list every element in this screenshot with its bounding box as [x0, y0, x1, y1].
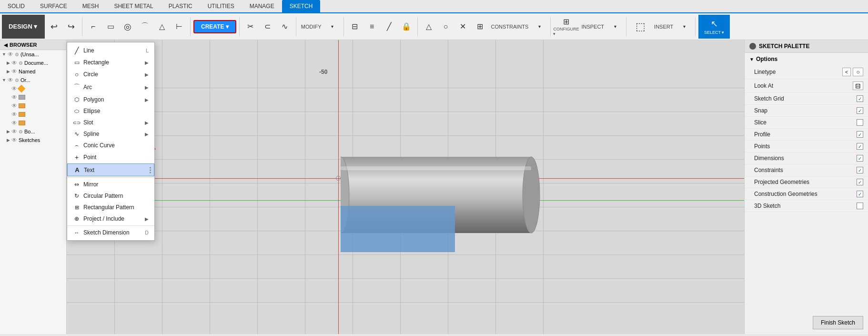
points-checkbox[interactable]: ✓ — [857, 143, 863, 150]
dimensions-checkbox[interactable]: ✓ — [857, 155, 863, 162]
palette-row-dimensions[interactable]: Dimensions ✓ — [745, 153, 868, 164]
create-button[interactable]: CREATE ▾ — [193, 20, 236, 33]
snap-checkbox[interactable]: ✓ — [857, 107, 863, 114]
tab-solid[interactable]: SOLID — [0, 0, 32, 12]
menu-item-conic[interactable]: ⌢ Conic Curve — [67, 140, 154, 151]
design-button[interactable]: DESIGN ▾ — [2, 15, 45, 39]
browser-collapse-icon[interactable]: ◀ — [4, 42, 8, 48]
extend-tool-icon[interactable]: ⊢ — [171, 19, 187, 35]
gear-icon[interactable]: ⚙ — [15, 78, 19, 83]
eye-icon[interactable]: 👁 — [11, 102, 17, 109]
slice-checkbox[interactable] — [857, 119, 863, 126]
menu-item-rectangular[interactable]: ⊞ Rectangular Pattern — [67, 202, 154, 213]
lock-icon[interactable]: 🔒 — [398, 19, 414, 35]
eye-icon[interactable]: 👁 — [11, 120, 17, 126]
tab-surface[interactable]: SURFACE — [32, 0, 75, 12]
circle2-icon[interactable]: ○ — [438, 19, 454, 35]
palette-row-3dsketch[interactable]: 3D Sketch — [745, 200, 868, 212]
menu-item-arc[interactable]: ⌒ Arc ▶ — [67, 81, 154, 94]
palette-row-slice[interactable]: Slice — [745, 117, 868, 129]
palette-row-constraints[interactable]: Constraints ✓ — [745, 164, 868, 176]
eye-icon[interactable]: 👁 — [11, 94, 17, 101]
eye-icon[interactable]: 👁 — [11, 137, 17, 143]
eye-icon[interactable]: 👁 — [11, 68, 17, 75]
browser-item-sketches[interactable]: ▶ 👁 Sketches — [0, 136, 66, 144]
undo-icon[interactable]: ↩ — [46, 19, 62, 35]
gear-icon[interactable]: ⚙ — [19, 129, 23, 134]
eye-icon[interactable]: 👁 — [11, 128, 17, 135]
browser-item-sub3[interactable]: 👁 — [0, 102, 66, 110]
menu-item-project[interactable]: ⊕ Project / Include ▶ — [67, 213, 154, 224]
arc-tool-icon[interactable]: ⌒ — [137, 19, 153, 35]
browser-item-root[interactable]: ▼ 👁 ⚙ (Unsa... — [0, 50, 66, 59]
diagonal-icon[interactable]: ╱ — [381, 19, 397, 35]
tab-manage[interactable]: MANAGE — [242, 0, 282, 12]
linetype-prev[interactable]: < — [842, 68, 851, 76]
projected-checkbox[interactable]: ✓ — [857, 179, 863, 185]
palette-row-sketchgrid[interactable]: Sketch Grid ✓ — [745, 93, 868, 105]
eye-icon[interactable]: 👁 — [11, 60, 17, 66]
eye-icon[interactable]: 👁 — [8, 51, 13, 58]
gear-icon[interactable]: ⚙ — [15, 52, 19, 57]
tab-sketch[interactable]: SKETCH — [282, 0, 321, 12]
browser-item-sub2[interactable]: 👁 — [0, 93, 66, 102]
browser-item-bo[interactable]: ▶ 👁 ⚙ Bo... — [0, 127, 66, 136]
kebab-menu-icon[interactable] — [150, 167, 151, 173]
triangle-tool-icon[interactable]: △ — [154, 19, 170, 35]
browser-item-or[interactable]: ▼ 👁 ⚙ Or... — [0, 76, 66, 84]
tab-sheetmetal[interactable]: SHEET METAL — [106, 0, 161, 12]
circle-tool-icon[interactable]: ◎ — [120, 19, 136, 35]
menu-item-circle[interactable]: ○ Circle ▶ — [67, 68, 154, 81]
collapse-icon[interactable]: ▼ — [749, 57, 754, 62]
palette-row-projected[interactable]: Projected Geometries ✓ — [745, 176, 868, 188]
select-button[interactable]: ↖ SELECT ▾ — [698, 15, 730, 39]
insert-dropdown[interactable]: ▾ — [676, 19, 692, 35]
tab-mesh[interactable]: MESH — [75, 0, 107, 12]
menu-item-slot[interactable]: ⊂⊃ Slot ▶ — [67, 117, 154, 128]
menu-item-spline[interactable]: ∿ Spline ▶ — [67, 128, 154, 140]
menu-item-polygon[interactable]: ⬡ Polygon ▶ — [67, 94, 154, 105]
rect-tool-icon[interactable]: ▭ — [102, 19, 119, 35]
eye-icon[interactable]: 👁 — [11, 111, 17, 118]
tab-utilities[interactable]: UTILITIES — [200, 0, 242, 12]
palette-row-points[interactable]: Points ✓ — [745, 141, 868, 153]
browser-item-sub1[interactable]: 👁 — [0, 84, 66, 93]
menu-item-line[interactable]: ╱ Line L — [67, 44, 154, 57]
hatch-icon[interactable]: ⊟ — [347, 19, 363, 35]
sketchgrid-checkbox[interactable]: ✓ — [857, 95, 863, 102]
triangle2-icon[interactable]: △ — [421, 19, 437, 35]
constraints-dropdown[interactable]: ▾ — [531, 19, 547, 35]
eye-icon[interactable]: 👁 — [11, 85, 17, 92]
wave-icon[interactable]: ∿ — [277, 19, 293, 35]
c-shape-icon[interactable]: ⊂ — [260, 19, 276, 35]
menu-item-mirror[interactable]: ⇔ Mirror — [67, 179, 154, 190]
scissors-icon[interactable]: ✂ — [242, 19, 259, 35]
palette-row-snap[interactable]: Snap ✓ — [745, 105, 868, 117]
redo-icon[interactable]: ↩ — [63, 19, 79, 35]
configure-button[interactable]: ⊞ CONFIGURE ▾ — [554, 17, 578, 37]
tab-plastic[interactable]: PLASTIC — [161, 0, 200, 12]
menu-item-circular[interactable]: ↻ Circular Pattern — [67, 190, 154, 202]
gear-icon[interactable]: ⚙ — [19, 61, 23, 66]
browser-item-sub4[interactable]: 👁 — [0, 110, 66, 119]
grid-icon[interactable]: ⊞ — [472, 19, 488, 35]
profile-checkbox[interactable]: ✓ — [857, 131, 863, 138]
menu-item-text[interactable]: A Text — [67, 163, 154, 176]
menu-item-dimension[interactable]: ↔ Sketch Dimension D — [67, 227, 154, 238]
menu-item-ellipse[interactable]: ⬭ Ellipse — [67, 105, 154, 117]
lookat-icon[interactable]: ⊟ — [853, 81, 863, 90]
palette-row-construction[interactable]: Construction Geometries ✓ — [745, 188, 868, 200]
modify-dropdown-icon[interactable]: ▾ — [324, 19, 341, 35]
menu-item-rectangle[interactable]: ▭ Rectangle ▶ — [67, 57, 154, 68]
eye-icon[interactable]: 👁 — [8, 77, 13, 83]
constraints-checkbox[interactable]: ✓ — [857, 167, 863, 173]
finish-sketch-button[interactable]: Finish Sketch — [813, 316, 863, 329]
insert-button[interactable]: ⬚ — [629, 16, 651, 38]
menu-item-point[interactable]: + Point — [67, 151, 154, 163]
h-line-icon[interactable]: ≡ — [364, 19, 380, 35]
3dsketch-checkbox[interactable] — [857, 203, 863, 209]
construction-checkbox[interactable]: ✓ — [857, 191, 863, 197]
canvas-area[interactable]: -50 100 — [67, 40, 744, 334]
inspect-dropdown[interactable]: ▾ — [607, 19, 623, 35]
palette-row-profile[interactable]: Profile ✓ — [745, 129, 868, 141]
